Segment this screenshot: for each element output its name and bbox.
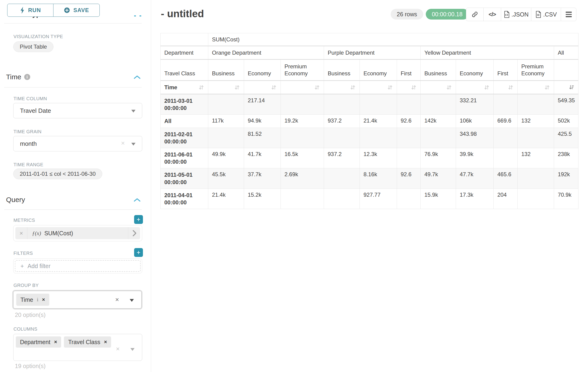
remove-tag-icon[interactable]: × [104,339,107,345]
pivot-cell: 465.6 [494,168,518,189]
pivot-sort-time[interactable]: Time [161,81,208,94]
time-column-select[interactable]: Travel Date [13,103,142,118]
filters-label: FILTERS [13,251,33,256]
pivot-sort-column[interactable] [554,81,578,94]
pivot-sort-column[interactable] [518,81,554,94]
sort-icon[interactable] [411,85,417,90]
clear-icon[interactable]: × [121,139,125,147]
pivot-cell: 76.9k [421,148,456,168]
sort-icon[interactable] [484,85,490,90]
pivot-sort-column[interactable] [244,81,281,94]
pivot-cell: 47.7k [456,168,494,189]
pivot-cell [397,94,421,115]
filters-field: + Add filter [13,258,142,273]
pivot-data-row: 2011-03-01 00:00:00217.14332.21549.35 [161,94,578,115]
visualization-type-value[interactable]: Pivot Table [13,41,53,52]
columns-select[interactable]: Department × Travel Class × × [13,334,142,361]
metric-pill[interactable]: × ƒ(x) SUM(Cost) [15,227,140,239]
query-timer-badge: 00:00:00.18 [426,9,469,20]
copy-link-button[interactable] [466,8,483,21]
query-section-header: Query [6,196,25,204]
remove-metric-icon[interactable]: × [15,227,27,239]
time-grain-label: TIME GRAIN [13,129,42,134]
remove-tag-icon[interactable]: × [54,339,57,345]
add-metric-button[interactable]: + [134,215,143,224]
pivot-class-header: First [397,60,421,81]
plus-circle-icon [64,7,70,13]
add-filter-plus-button[interactable]: + [134,248,143,257]
sort-icon[interactable] [314,85,320,90]
pivot-class-header: Economy [360,60,397,81]
pivot-row-header: 2011-02-01 00:00:00 [161,128,208,148]
pivot-group-header: Yellow Department [421,46,554,60]
pivot-cell: 92.6 [397,115,421,128]
pivot-row-header: 2011-04-01 00:00:00 [161,189,208,209]
pivot-sort-column[interactable] [456,81,494,94]
sort-icon[interactable] [198,85,204,90]
function-icon: ƒ(x) [32,230,41,236]
time-range-value[interactable]: 2011-01-01 ≤ col < 2011-06-30 [13,169,102,179]
menu-button[interactable] [561,8,576,21]
pivot-sort-column[interactable] [494,81,518,94]
export-csv-button[interactable]: .CSV [531,8,561,21]
pivot-class-header: First [494,60,518,81]
export-csv-label: .CSV [543,11,557,18]
pivot-data-row: 2011-06-01 00:00:0049.9k41.7k16.5k937.21… [161,148,578,168]
pivot-cell [208,128,244,148]
pivot-cell: 502k [554,115,578,128]
pivot-sort-column[interactable] [421,81,456,94]
sort-icon[interactable] [508,85,514,90]
sort-desc-icon[interactable] [568,85,575,90]
file-text-icon [535,11,541,18]
sort-icon[interactable] [271,85,277,90]
pivot-cell: 332.21 [456,94,494,115]
remove-tag-icon[interactable]: × [42,297,45,303]
pivot-sort-column[interactable] [324,81,360,94]
sort-icon[interactable] [350,85,356,90]
group-by-select[interactable]: Time i × × [12,290,142,309]
pivot-class-header: Business [208,60,244,81]
pivot-sort-column[interactable] [208,81,244,94]
chevron-up-icon[interactable] [133,75,141,80]
pivot-cell: 204 [494,189,518,209]
clear-icon[interactable]: × [116,345,120,353]
time-range-label: TIME RANGE [13,162,43,167]
pivot-cell [518,189,554,209]
pivot-sort-column[interactable] [360,81,397,94]
pivot-cell [281,128,324,148]
pivot-cell [360,128,397,148]
add-filter-button[interactable]: + Add filter [15,260,141,272]
pivot-group-header: Purple Department [324,46,421,60]
divider [4,87,142,87]
divider [4,210,142,210]
pivot-cell [518,168,554,189]
time-grain-select[interactable]: month × [13,136,142,151]
sort-icon[interactable] [446,85,452,90]
pivot-sort-column[interactable] [281,81,324,94]
pivot-sort-column[interactable] [397,81,421,94]
export-json-button[interactable]: .JSON [501,8,531,21]
expand-metric-icon[interactable] [128,227,140,239]
chevron-up-icon[interactable] [133,198,141,202]
sort-icon[interactable] [234,85,240,90]
pivot-table: SUM(Cost)DepartmentOrange DepartmentPurp… [160,33,578,209]
group-by-tag: Time i × [16,294,49,306]
pivot-cell: 217.14 [244,94,281,115]
columns-tag: Travel Class × [64,336,111,348]
sort-icon[interactable] [387,85,393,90]
sort-icon[interactable] [544,85,550,90]
pivot-cell [397,128,421,148]
run-button[interactable]: RUN [7,4,53,17]
clear-icon[interactable]: × [115,296,119,303]
view-query-button[interactable]: </> [483,8,501,21]
save-button[interactable]: SAVE [53,4,100,17]
pivot-cell: 16.5k [281,148,324,168]
pivot-cell: 21.4k [208,189,244,209]
chevron-down-icon [130,299,134,302]
pivot-cell [421,94,456,115]
add-filter-label: Add filter [28,263,51,269]
pivot-cell: 15.2k [244,189,281,209]
pivot-cell: 132 [518,115,554,128]
pivot-cell: 192k [554,168,578,189]
chevron-down-icon [130,348,135,351]
